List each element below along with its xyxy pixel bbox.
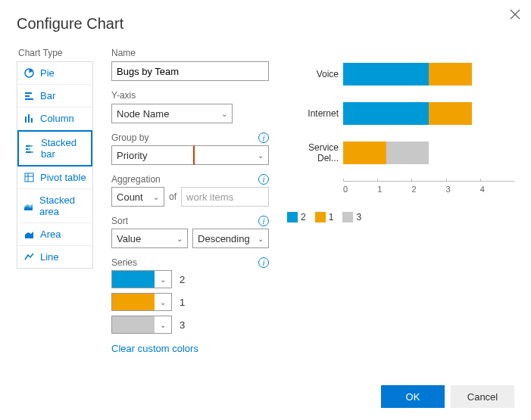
chart-type-stacked-bar[interactable]: Stacked bar (17, 130, 92, 166)
aggregation-value: Count (117, 191, 143, 203)
legend-item: 3 (342, 212, 361, 222)
column-icon (23, 114, 34, 124)
aggregation-label: Aggregation (111, 174, 161, 185)
aggregation-of-text: of (169, 191, 176, 202)
chart-type-label: Stacked bar (41, 137, 85, 160)
chart-bar-segment (343, 102, 429, 125)
chart-bar-segment (343, 63, 429, 86)
stacked-bar-icon (25, 143, 35, 154)
series-item-label: 3 (180, 319, 185, 331)
ok-button[interactable]: OK (381, 385, 445, 408)
series-row: ⌄ 1 (111, 293, 269, 311)
legend-label: 1 (329, 212, 334, 222)
line-icon (23, 252, 34, 263)
chart-bar-area (343, 142, 514, 164)
svg-rect-6 (31, 118, 33, 123)
svg-rect-7 (26, 145, 30, 147)
name-input[interactable] (111, 61, 269, 81)
sort-dir-select[interactable]: Descending ⌄ (192, 229, 269, 248)
chart-bar-area (343, 63, 514, 86)
groupby-value: Priority (117, 150, 147, 161)
chart-tick: 0 (343, 182, 377, 194)
color-swatch (112, 316, 155, 333)
chevron-down-icon: ⌄ (155, 275, 171, 284)
series-row: ⌄ 3 (111, 316, 269, 334)
chart-bar-row: Service Del... (287, 142, 514, 164)
svg-rect-4 (25, 117, 27, 123)
chart-tick: 4 (480, 182, 514, 194)
chart-type-label: Chart Type (18, 48, 93, 58)
sort-dir-value: Descending (198, 233, 250, 244)
stacked-area-icon (23, 201, 33, 211)
dialog-footer: OK Cancel (381, 385, 514, 408)
chart-type-pie[interactable]: Pie (17, 62, 92, 85)
sort-label: Sort (111, 216, 128, 226)
chart-type-area[interactable]: Area (17, 223, 92, 246)
chart-type-stacked-area[interactable]: Stacked area (17, 189, 92, 223)
chevron-down-icon: ⌄ (176, 235, 183, 243)
color-swatch (112, 294, 155, 310)
series-color-select[interactable]: ⌄ (111, 293, 172, 311)
chevron-down-icon: ⌄ (153, 193, 159, 201)
sort-by-value: Value (117, 233, 141, 244)
yaxis-value: Node Name (117, 108, 169, 120)
svg-rect-10 (28, 148, 30, 150)
chart-type-label: Pie (40, 67, 55, 79)
svg-rect-11 (26, 151, 31, 153)
series-label: Series (111, 257, 137, 268)
chart-type-line[interactable]: Line (17, 246, 92, 268)
info-icon[interactable]: i (258, 257, 269, 268)
svg-rect-2 (25, 95, 30, 97)
chart-bar-segment (386, 142, 429, 164)
chart-category-label: Voice (287, 69, 343, 79)
chevron-down-icon: ⌄ (155, 298, 171, 306)
series-item-label: 1 (180, 297, 185, 308)
dialog-title: Configure Chart (17, 15, 514, 33)
series-color-select[interactable]: ⌄ (111, 316, 172, 334)
yaxis-select[interactable]: Node Name ⌄ (111, 104, 233, 123)
cancel-button[interactable]: Cancel (451, 385, 514, 408)
chart-tick: 1 (377, 182, 411, 194)
chart-x-axis: 01234 (343, 181, 514, 194)
aggregation-select[interactable]: Count ⌄ (111, 187, 164, 207)
svg-rect-8 (30, 145, 33, 147)
svg-rect-13 (25, 173, 33, 182)
chart-type-bar[interactable]: Bar (17, 85, 92, 107)
chart-tick: 3 (446, 182, 480, 194)
chevron-down-icon: ⌄ (221, 110, 227, 118)
chart-bar-segment (429, 63, 472, 86)
legend-label: 2 (301, 212, 306, 222)
info-icon[interactable]: i (258, 132, 269, 143)
area-icon (23, 229, 34, 240)
chart-preview: VoiceInternetService Del...01234213 (287, 48, 514, 354)
chart-type-label: Area (40, 229, 61, 240)
chart-type-panel: Chart Type Pie Bar Column Stacked bar Pi… (17, 48, 93, 354)
svg-rect-12 (31, 151, 33, 153)
svg-rect-1 (25, 92, 32, 94)
sort-by-select[interactable]: Value ⌄ (111, 229, 188, 248)
legend-swatch (315, 212, 326, 222)
name-label: Name (111, 48, 269, 58)
chart-type-pivot-table[interactable]: Pivot table (17, 166, 92, 189)
legend-item: 2 (287, 212, 306, 222)
chart-type-label: Pivot table (40, 172, 86, 183)
series-color-select[interactable]: ⌄ (111, 270, 172, 288)
groupby-select[interactable]: ⌄ (195, 145, 269, 165)
chart-type-label: Bar (40, 90, 55, 101)
chevron-down-icon: ⌄ (155, 321, 171, 329)
chart-category-label: Internet (287, 108, 343, 119)
series-item-label: 2 (180, 274, 185, 285)
pie-icon (23, 68, 34, 79)
chart-bar-row: Voice (287, 63, 514, 86)
series-row: ⌄ 2 (111, 270, 269, 288)
chart-type-column[interactable]: Column (17, 107, 92, 130)
info-icon[interactable]: i (258, 174, 269, 185)
clear-colors-link[interactable]: Clear custom colors (111, 343, 198, 354)
legend-label: 3 (356, 212, 361, 222)
info-icon[interactable]: i (258, 216, 269, 226)
groupby-select-highlighted[interactable]: Priority (111, 145, 195, 165)
chart-type-list: Pie Bar Column Stacked bar Pivot table S… (17, 61, 93, 269)
chart-legend: 213 (287, 212, 514, 222)
close-button[interactable] (510, 9, 520, 20)
chart-bar-row: Internet (287, 102, 514, 125)
